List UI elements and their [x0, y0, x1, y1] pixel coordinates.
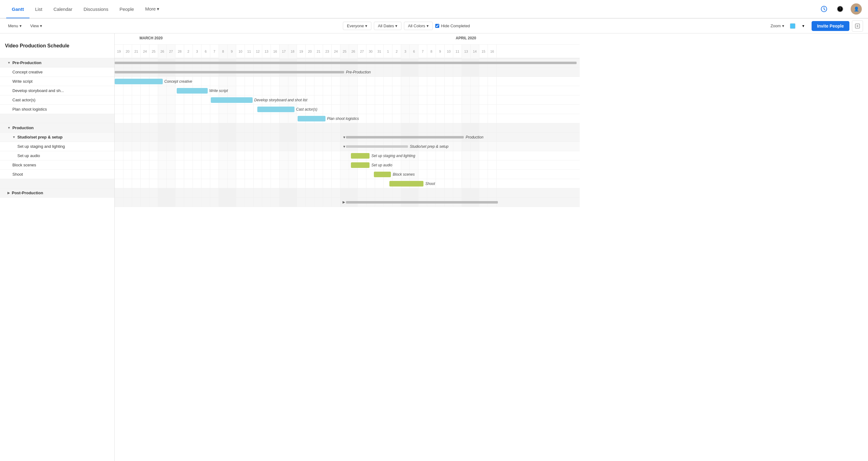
gantt-row-audio: Set up audio [115, 161, 580, 170]
task-label: Post-Production [12, 191, 43, 195]
task-row[interactable]: Develop storyboard and sh... [0, 86, 114, 95]
gantt-blank-row [115, 123, 580, 133]
bar-concept-creative[interactable] [115, 79, 163, 84]
top-nav: Gantt List Calendar Discussions People M… [0, 0, 868, 19]
everyone-chevron-icon: ▾ [365, 24, 367, 28]
bar-label-production: Production [466, 135, 483, 139]
task-row[interactable]: Set up staging and lighting [0, 142, 114, 151]
studio-arrow: ▼ [343, 145, 346, 149]
bar-develop-storyboard[interactable] [211, 97, 253, 103]
gantt-summary-row [115, 58, 580, 68]
help-icon: ? [837, 6, 843, 12]
task-row[interactable]: Block scenes [0, 161, 114, 170]
menu-label: Menu [8, 24, 18, 28]
nav-more[interactable]: More ▾ [140, 0, 165, 18]
summary-bar-all [115, 62, 577, 64]
gantt-blank-row-2 [115, 188, 580, 198]
chart-panel[interactable]: MARCH 2020 APRIL 2020 192021242526272823… [115, 33, 868, 461]
nav-calendar[interactable]: Calendar [48, 0, 78, 18]
bar-label-shoot: Shoot [425, 182, 435, 186]
nav-gantt[interactable]: Gantt [6, 0, 29, 18]
view-chevron-icon: ▾ [40, 24, 42, 28]
help-icon-btn[interactable]: ? [835, 3, 846, 14]
hide-completed-checkbox[interactable] [435, 24, 439, 28]
invite-people-button[interactable]: Invite People [812, 21, 849, 31]
gantt-row-block-scenes: Block scenes [115, 170, 580, 179]
blank-row [0, 114, 114, 123]
date-header: MARCH 2020 APRIL 2020 192021242526272823… [115, 33, 580, 58]
day-row: 1920212425262728236789101112131617181920… [115, 44, 580, 58]
task-row[interactable]: ▼ Pre-Production [0, 58, 114, 68]
bar-label-studio: Studio/set prep & setup [410, 144, 448, 149]
nav-right-actions: ? 👤 [818, 3, 862, 14]
bar-label-block: Block scenes [393, 172, 415, 176]
gantt-row-concept-creative: Concept creative [115, 77, 580, 86]
bar-shoot[interactable] [390, 181, 424, 187]
hide-completed-toggle[interactable]: Hide Completed [435, 24, 470, 28]
post-arrow: ▶ [343, 200, 345, 204]
task-row[interactable]: ▶ Post-Production [0, 188, 114, 198]
all-dates-filter[interactable]: All Dates ▾ [374, 22, 401, 30]
gantt-wrapper: Video Production Schedule ▼ Pre-Producti… [0, 33, 868, 461]
zoom-button[interactable]: Zoom ▾ [767, 22, 787, 30]
bar-plan-shoot[interactable] [298, 116, 326, 122]
task-row[interactable]: ▼ Studio/set prep & setup [0, 133, 114, 142]
zoom-chevron-icon: ▾ [782, 24, 784, 28]
colors-chevron-icon: ▾ [427, 24, 429, 28]
view-button[interactable]: View ▾ [27, 22, 45, 29]
bar-audio[interactable] [351, 162, 370, 168]
gantt-row-studio-setup: ▼ Studio/set prep & setup [115, 142, 580, 151]
task-label: Plan shoot logistics [12, 107, 47, 111]
zoom-label: Zoom [770, 24, 781, 28]
left-panel: Video Production Schedule ▼ Pre-Producti… [0, 33, 115, 461]
collapse-icon: ▼ [7, 61, 10, 64]
task-label: Shoot [12, 172, 23, 176]
task-row[interactable]: Plan shoot logistics [0, 105, 114, 114]
bar-production-summary [346, 136, 464, 138]
color-swatch[interactable] [790, 23, 796, 29]
toolbar: Menu ▾ View ▾ Everyone ▾ All Dates ▾ All… [0, 19, 868, 33]
month-april: APRIL 2020 [456, 36, 476, 40]
task-label: Set up staging and lighting [18, 144, 65, 149]
task-label: Block scenes [12, 163, 36, 167]
all-colors-label: All Colors [408, 24, 425, 28]
dates-chevron-icon: ▾ [395, 24, 397, 28]
everyone-label: Everyone [347, 24, 364, 28]
bar-cast-actors[interactable] [257, 106, 294, 112]
bar-write-script[interactable] [177, 88, 208, 94]
hide-completed-label: Hide Completed [441, 24, 470, 28]
gantt-row-cast-actors: Cast actor(s) [115, 105, 580, 114]
gantt-row-write-script: Write script [115, 86, 580, 95]
nav-list[interactable]: List [29, 0, 48, 18]
export-icon [855, 23, 860, 29]
gantt-row-plan-shoot: Plan shoot logistics [115, 114, 580, 123]
all-colors-filter[interactable]: All Colors ▾ [404, 22, 433, 30]
month-row: MARCH 2020 APRIL 2020 [115, 33, 580, 44]
clock-icon-btn[interactable] [818, 3, 830, 14]
task-row[interactable]: Write script [0, 77, 114, 86]
export-button[interactable] [852, 21, 863, 32]
swatch-chevron[interactable]: ▾ [798, 21, 809, 32]
menu-button[interactable]: Menu ▾ [5, 22, 25, 29]
bar-block-scenes[interactable] [374, 172, 391, 177]
blank-row [0, 179, 114, 188]
bar-label-storyboard: Develop storyboard and shot list [254, 98, 307, 102]
nav-people[interactable]: People [114, 0, 140, 18]
gantt-row-staging: Set up staging and lighting [115, 151, 580, 161]
task-row[interactable]: Set up audio [0, 151, 114, 161]
bar-label-write: Write script [209, 89, 228, 93]
task-label: Pre-Production [12, 60, 41, 65]
bar-post-summary [346, 201, 498, 203]
svg-text:?: ? [839, 7, 841, 11]
everyone-filter[interactable]: Everyone ▾ [343, 22, 371, 30]
production-arrow: ▼ [343, 135, 346, 139]
task-row[interactable]: ▼ Production [0, 123, 114, 133]
menu-chevron-icon: ▾ [20, 24, 22, 28]
task-row[interactable]: Concept creative [0, 68, 114, 77]
nav-discussions[interactable]: Discussions [78, 0, 114, 18]
bar-label-staging: Set up staging and lighting [371, 154, 415, 158]
task-row[interactable]: Cast actor(s) [0, 95, 114, 105]
user-avatar[interactable]: 👤 [850, 3, 862, 14]
task-row[interactable]: Shoot [0, 170, 114, 179]
bar-staging[interactable] [351, 153, 370, 159]
